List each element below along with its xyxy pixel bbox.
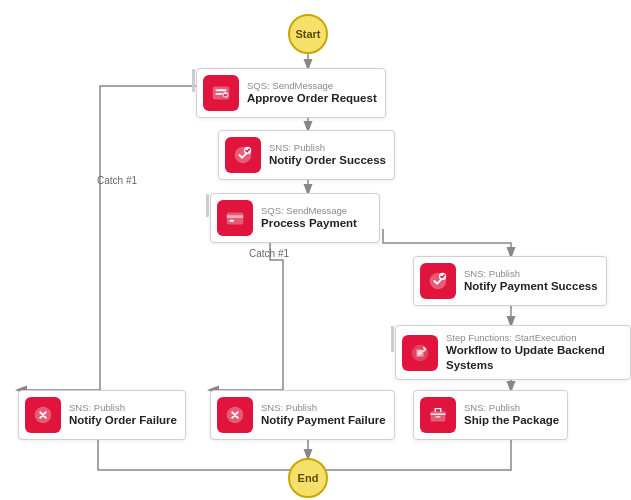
end-label: End (298, 472, 319, 484)
svg-rect-8 (227, 213, 244, 225)
catch-label-1: Catch #1 (97, 175, 137, 186)
approve-order-text: SQS: SendMessage Approve Order Request (247, 80, 377, 106)
notify-payment-success-icon (420, 263, 456, 299)
workflow-update-text: Step Functions: StartExecution Workflow … (446, 332, 622, 373)
workflow-update-icon (402, 335, 438, 371)
notify-payment-failure-text: SNS: Publish Notify Payment Failure (261, 402, 386, 428)
notify-payment-success-label: Notify Payment Success (464, 279, 598, 294)
approve-order-icon (203, 75, 239, 111)
process-payment-service: SQS: SendMessage (261, 205, 357, 216)
end-node: End (288, 458, 328, 498)
notify-order-success-icon (225, 137, 261, 173)
ship-package-icon (420, 397, 456, 433)
workflow-update-node: Step Functions: StartExecution Workflow … (395, 325, 631, 380)
approve-order-label: Approve Order Request (247, 91, 377, 106)
notify-order-success-label: Notify Order Success (269, 153, 386, 168)
ship-package-text: SNS: Publish Ship the Package (464, 402, 559, 428)
start-label: Start (295, 28, 320, 40)
process-payment-label: Process Payment (261, 216, 357, 231)
approve-order-node: SQS: SendMessage Approve Order Request (196, 68, 386, 118)
notify-order-failure-service: SNS: Publish (69, 402, 177, 413)
notify-payment-failure-label: Notify Payment Failure (261, 413, 386, 428)
workflow-update-label: Workflow to Update Backend Systems (446, 343, 622, 373)
notify-order-success-service: SNS: Publish (269, 142, 386, 153)
process-payment-text: SQS: SendMessage Process Payment (261, 205, 357, 231)
notify-order-failure-node: SNS: Publish Notify Order Failure (18, 390, 186, 440)
ship-package-label: Ship the Package (464, 413, 559, 428)
svg-rect-10 (230, 220, 235, 222)
workflow-update-service: Step Functions: StartExecution (446, 332, 622, 343)
notify-order-failure-icon (25, 397, 61, 433)
notify-payment-failure-icon (217, 397, 253, 433)
notify-payment-success-service: SNS: Publish (464, 268, 598, 279)
ship-package-node: SNS: Publish Ship the Package (413, 390, 568, 440)
notify-order-success-text: SNS: Publish Notify Order Success (269, 142, 386, 168)
process-payment-icon (217, 200, 253, 236)
workflow-canvas: Start SQS: SendMessage Approve Order Req… (0, 0, 631, 500)
notify-order-failure-text: SNS: Publish Notify Order Failure (69, 402, 177, 428)
notify-order-success-node: SNS: Publish Notify Order Success (218, 130, 395, 180)
approve-order-service: SQS: SendMessage (247, 80, 377, 91)
svg-rect-9 (227, 215, 244, 218)
notify-order-failure-label: Notify Order Failure (69, 413, 177, 428)
notify-payment-success-node: SNS: Publish Notify Payment Success (413, 256, 607, 306)
ship-package-service: SNS: Publish (464, 402, 559, 413)
process-payment-node: SQS: SendMessage Process Payment (210, 193, 380, 243)
start-node: Start (288, 14, 328, 54)
notify-payment-failure-node: SNS: Publish Notify Payment Failure (210, 390, 395, 440)
notify-payment-success-text: SNS: Publish Notify Payment Success (464, 268, 598, 294)
catch-label-2: Catch #1 (249, 248, 289, 259)
notify-payment-failure-service: SNS: Publish (261, 402, 386, 413)
